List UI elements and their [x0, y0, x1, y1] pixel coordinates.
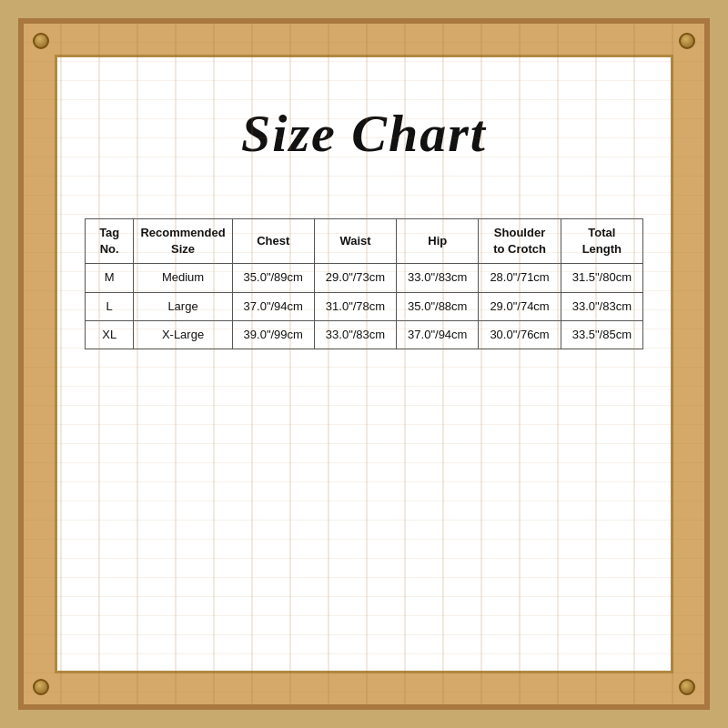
cell-rec-size-2: X-Large	[134, 320, 232, 349]
cell-total-2: 33.5"/85cm	[561, 320, 642, 349]
cell-shoulder-2: 30.0"/76cm	[479, 320, 561, 349]
table-row: XL X-Large 39.0"/99cm 33.0"/83cm 37.0"/9…	[86, 320, 643, 349]
cell-hip-2: 37.0"/94cm	[397, 320, 479, 349]
content-area: Size Chart Tag No. Recommended Size Ches…	[55, 55, 673, 673]
wood-frame: Size Chart Tag No. Recommended Size Ches…	[18, 18, 710, 710]
bolt-bottom-left	[33, 679, 49, 695]
page-title: Size Chart	[241, 103, 487, 164]
cell-shoulder-1: 29.0"/74cm	[479, 292, 561, 320]
col-header-tag: Tag No.	[86, 219, 134, 264]
cell-tag-1: L	[86, 292, 134, 320]
col-header-total: Total Length	[561, 219, 642, 264]
table-row: M Medium 35.0"/89cm 29.0"/73cm 33.0"/83c…	[86, 264, 643, 292]
table-header-row: Tag No. Recommended Size Chest Waist Hip…	[86, 219, 643, 264]
cell-tag-2: XL	[86, 320, 134, 349]
cell-chest-2: 39.0"/99cm	[232, 320, 314, 349]
cell-waist-0: 29.0"/73cm	[314, 264, 396, 292]
cell-waist-2: 33.0"/83cm	[314, 320, 396, 349]
cell-chest-0: 35.0"/89cm	[232, 264, 314, 292]
bolt-bottom-right	[679, 679, 695, 695]
cell-hip-1: 35.0"/88cm	[397, 292, 479, 320]
cell-hip-0: 33.0"/83cm	[397, 264, 479, 292]
table-row: L Large 37.0"/94cm 31.0"/78cm 35.0"/88cm…	[86, 292, 643, 320]
bolt-top-left	[33, 33, 49, 49]
col-header-chest: Chest	[232, 219, 314, 264]
cell-rec-size-1: Large	[134, 292, 232, 320]
col-header-waist: Waist	[314, 219, 396, 264]
cell-tag-0: M	[86, 264, 134, 292]
cell-rec-size-0: Medium	[134, 264, 232, 292]
bolt-top-right	[679, 33, 695, 49]
cell-total-1: 33.0"/83cm	[561, 292, 642, 320]
col-header-rec-size: Recommended Size	[134, 219, 232, 264]
cell-chest-1: 37.0"/94cm	[232, 292, 314, 320]
col-header-shoulder: Shoulder to Crotch	[479, 219, 561, 264]
col-header-hip: Hip	[397, 219, 479, 264]
size-chart-table: Tag No. Recommended Size Chest Waist Hip…	[85, 218, 643, 349]
cell-total-0: 31.5"/80cm	[561, 264, 642, 292]
cell-shoulder-0: 28.0"/71cm	[479, 264, 561, 292]
cell-waist-1: 31.0"/78cm	[314, 292, 396, 320]
